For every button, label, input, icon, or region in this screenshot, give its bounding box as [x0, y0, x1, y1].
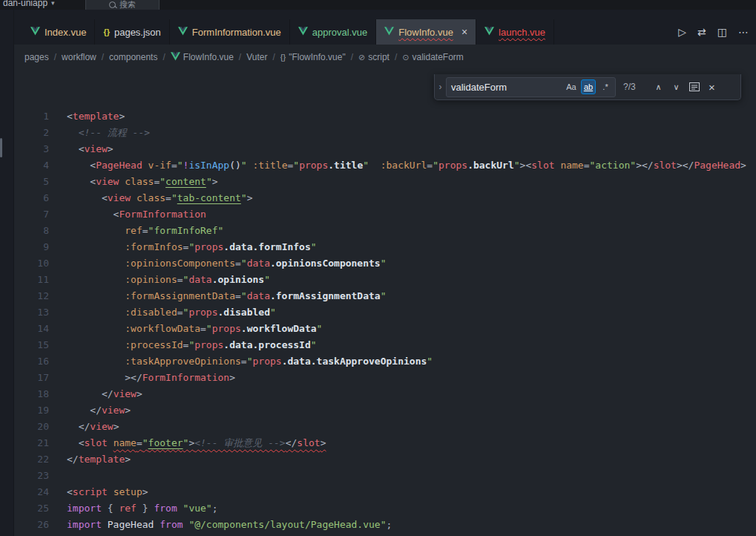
token: ": [381, 290, 387, 301]
token: template: [73, 111, 119, 122]
breadcrumb-item-1[interactable]: pages: [24, 52, 49, 62]
breadcrumb-item-5[interactable]: Vuter: [246, 52, 267, 62]
token: :opinionsComponents: [125, 258, 235, 269]
breadcrumb-item-4[interactable]: FlowInfo.vue: [171, 52, 234, 63]
error-squiggle: </: [286, 437, 298, 448]
token: ;: [387, 519, 392, 530]
code-line: 9 :formInfos="props.data.formInfos": [0, 239, 756, 255]
breadcrumb-separator: /: [54, 52, 56, 62]
token: import: [67, 519, 102, 530]
breadcrumb-item-2[interactable]: workflow: [62, 52, 96, 62]
regex-button[interactable]: .*: [598, 79, 613, 94]
token: FormInformation: [119, 209, 206, 220]
token: ": [293, 160, 299, 171]
tab-pages.json[interactable]: {}pages.json: [95, 19, 169, 45]
token: props: [438, 160, 467, 171]
token: props: [194, 241, 223, 252]
token: :disabled: [125, 307, 177, 318]
title-bar: dan-uniapp ▾ 搜索: [0, 0, 756, 10]
token: slot: [84, 437, 107, 448]
code-text: <script setup>: [49, 484, 148, 500]
token: view: [84, 143, 107, 154]
token: slot: [654, 160, 677, 171]
breadcrumb-separator: /: [102, 52, 104, 62]
function-icon: ⊙: [402, 53, 409, 62]
match-case-button[interactable]: Aa: [564, 79, 579, 94]
error-squiggle: =: [137, 437, 142, 448]
token: :opinions: [125, 274, 177, 285]
close-find-button[interactable]: ×: [704, 79, 720, 95]
token: {: [102, 503, 119, 514]
command-center-search[interactable]: 搜索: [85, 0, 160, 10]
token: [247, 160, 253, 171]
tab-approval.vue[interactable]: approval.vue: [290, 19, 376, 45]
token: [67, 290, 125, 301]
token: </: [67, 405, 102, 416]
breadcrumb-label: script: [368, 52, 389, 62]
token: >: [137, 388, 142, 399]
token: ": [241, 258, 247, 269]
token: :title: [253, 160, 288, 171]
workspace-menu[interactable]: dan-uniapp ▾: [3, 0, 55, 8]
token: <: [67, 160, 96, 171]
token: .data.processId: [223, 339, 310, 350]
vue-icon: [384, 27, 394, 38]
vue-icon: [178, 27, 188, 38]
split-editor-button[interactable]: ◫: [717, 27, 727, 37]
breadcrumb-label: "FlowInfo.vue": [289, 52, 346, 62]
token: footer: [148, 437, 183, 448]
breadcrumb-separator: /: [239, 52, 241, 62]
tab-FlowInfo.vue[interactable]: FlowInfo.vue×: [376, 19, 476, 45]
token: ": [241, 290, 247, 301]
close-icon[interactable]: ×: [461, 27, 467, 37]
token: .data.formInfos: [223, 241, 310, 252]
token: ": [270, 307, 276, 318]
token: props: [252, 356, 281, 367]
breadcrumb-item-6[interactable]: {}"FlowInfo.vue": [280, 52, 346, 62]
toggle-replace-button[interactable]: ›: [435, 74, 446, 99]
find-input[interactable]: [451, 82, 562, 93]
next-match-button[interactable]: ∨: [668, 79, 684, 95]
vue-icon: [484, 27, 494, 38]
whole-word-button[interactable]: ab: [581, 79, 596, 94]
token: =: [200, 323, 206, 334]
open-changes-button[interactable]: ⇄: [697, 27, 706, 37]
find-in-selection-button[interactable]: [686, 79, 702, 95]
breadcrumb-separator: /: [395, 52, 397, 62]
run-button[interactable]: ▷: [678, 27, 686, 37]
error-squiggle: slot: [297, 437, 320, 448]
title-bar-content: dan-uniapp ▾ 搜索: [0, 0, 756, 10]
token: ": [160, 176, 165, 187]
tab-launch.vue[interactable]: launch.vue: [476, 19, 554, 45]
token: import: [67, 503, 102, 514]
token: from: [160, 519, 183, 530]
code-text: <slot name="footer"><!-- 审批意见 --></slot>: [49, 435, 326, 451]
breadcrumb-label: workflow: [62, 52, 96, 62]
code-editor[interactable]: 1<template>2 <!-- 流程 -->3 <view>4 <PageH…: [0, 70, 756, 536]
code-text: import { ref } from "vue";: [49, 500, 218, 517]
token: [67, 339, 125, 350]
code-text: import PageHead from "@/components/layou…: [49, 517, 392, 533]
code-text: <PageHead v-if="!isInApp()" :title="prop…: [49, 157, 746, 174]
chevron-down-icon: ▾: [51, 0, 55, 7]
more-actions-button[interactable]: ⋯: [738, 27, 749, 37]
tab-FormInformation.vue[interactable]: FormInformation.vue: [170, 19, 290, 45]
token: props: [194, 339, 223, 350]
token: [102, 519, 108, 530]
token: =: [241, 356, 247, 367]
tab-Index.vue[interactable]: Index.vue: [22, 19, 95, 45]
code-text: <template>: [49, 108, 125, 125]
breadcrumb-item-3[interactable]: components: [109, 52, 157, 62]
token: :workflowData: [125, 323, 200, 334]
token: view: [102, 405, 125, 416]
code-line: 14 :workflowData="props.workflowData": [0, 321, 756, 337]
breadcrumb-item-8[interactable]: ⊙validateForm: [402, 52, 464, 62]
token: "formInfoRef": [148, 225, 224, 236]
token: (): [229, 160, 241, 171]
code-text: <view>: [49, 141, 114, 157]
code-line: 24<script setup>: [0, 484, 756, 500]
breadcrumb-item-7[interactable]: ⊘script: [358, 52, 389, 62]
code-text: :formAssignmentData="data.formAssignment…: [49, 288, 387, 304]
code-text: :opinions="data.opinions": [49, 272, 270, 288]
previous-match-button[interactable]: ∧: [651, 79, 666, 95]
